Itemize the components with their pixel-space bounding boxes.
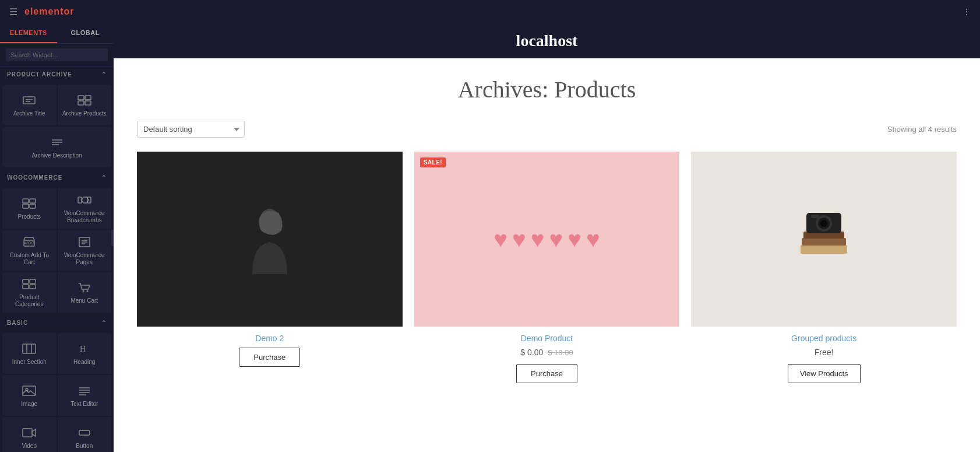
wc-pages-icon [76,236,93,248]
svg-rect-15 [87,197,91,203]
purchase-button-demo2[interactable]: Purchase [239,348,300,367]
svg-rect-4 [85,96,91,100]
heart-1: ♥ [493,226,507,253]
text-editor-icon [76,384,93,397]
svg-rect-38 [23,429,32,437]
widget-archive-description[interactable]: Archive Description [2,127,111,167]
widget-custom-add-to-cart[interactable]: WOO Custom Add To Cart [2,230,57,271]
price-original-demo-product: $ 10.00 [548,348,573,357]
svg-rect-13 [30,204,36,208]
widget-archive-products-label: Archive Products [62,110,107,117]
widget-heading[interactable]: H Heading [58,333,112,374]
site-header: localhost [114,23,980,58]
section-woocommerce-label: WOOCOMMERCE [7,174,62,181]
top-bar-left: ☰ elementor [9,6,74,17]
wc-breadcrumbs-icon [76,194,93,206]
widget-button[interactable]: Button [58,417,112,452]
widget-menu-cart[interactable]: Menu Cart [58,272,112,313]
hamburger-icon[interactable]: ☰ [9,6,17,17]
sidebar: ELEMENTS GLOBAL PRODUCT ARCHIVE ⌃ Archiv… [0,23,114,452]
product-image-wrap-demo2 [137,152,403,327]
archive-title-icon [21,94,37,107]
widget-wc-breadcrumbs-label: WooCommerce Breadcrumbs [60,210,110,224]
widget-products[interactable]: Products [2,188,57,229]
product-name-grouped[interactable]: Grouped products [691,334,957,343]
price-free-grouped: Free! [691,348,957,357]
heart-2: ♥ [512,226,526,253]
svg-rect-11 [30,199,36,203]
heart-4: ♥ [549,226,563,253]
view-products-button-grouped[interactable]: View Products [788,364,861,383]
product-toolbar: Default sorting Sort by popularity Sort … [137,121,957,138]
widget-archive-title[interactable]: Archive Title [2,85,57,125]
svg-rect-23 [30,279,36,283]
section-basic-chevron: ⌃ [101,320,107,326]
product-cat-icon [21,278,37,290]
widget-archive-description-label: Archive Description [31,152,82,159]
tab-global[interactable]: GLOBAL [57,23,114,43]
widget-image-label: Image [21,401,37,408]
woocommerce-widgets: Products WooCommerce Breadcrumbs WOO Cus… [0,185,114,315]
sidebar-collapse-handle[interactable]: ‹ [111,230,114,246]
price-wrapper-demo-product: $ 0.00 $ 10.00 [414,348,680,357]
image-icon [21,384,37,397]
widget-wc-pages-label: WooCommerce Pages [60,252,110,266]
video-icon [21,426,37,439]
svg-rect-25 [30,285,36,289]
svg-rect-0 [23,97,35,104]
widget-inner-section-label: Inner Section [12,359,47,366]
add-to-cart-icon: WOO [21,236,37,248]
product-archive-widgets: Archive Title Archive Products Archive D… [0,82,114,170]
section-woocommerce-chevron: ⌃ [101,174,107,181]
widget-video[interactable]: Video [2,417,57,452]
products-icon [21,197,37,210]
widget-menu-cart-label: Menu Cart [70,297,98,304]
website-preview: localhost Archives: Products Default sor… [114,23,980,452]
svg-point-26 [82,290,84,292]
basic-widgets: Inner Section H Heading Image Text Edito… [0,331,114,452]
tab-elements[interactable]: ELEMENTS [0,23,57,43]
widget-video-label: Video [22,443,37,450]
product-image-wrap-grouped [691,152,957,327]
grid-icon[interactable]: ⋮ [963,7,971,16]
section-woocommerce[interactable]: WOOCOMMERCE ⌃ [0,170,114,185]
archive-desc-icon [49,136,65,149]
svg-rect-12 [23,204,29,208]
product-card-demo2: Demo 2 Purchase [137,152,403,383]
sale-badge: SALE! [420,157,446,167]
product-card-demo-product: ♥ ♥ ♥ ♥ ♥ ♥ SALE! Demo Product $ 0.00 [414,152,680,383]
product-name-demo-product[interactable]: Demo Product [414,334,680,343]
svg-rect-6 [85,101,91,105]
page-content: Archives: Products Default sorting Sort … [114,58,980,418]
widget-archive-title-label: Archive Title [13,110,45,117]
svg-rect-3 [78,96,84,100]
archive-page-title: Archives: Products [137,76,957,103]
inner-section-icon [21,342,37,355]
widget-product-categories[interactable]: Product Categories [2,272,57,313]
purchase-button-demo-product[interactable]: Purchase [516,364,577,383]
widget-heading-label: Heading [73,359,95,366]
svg-rect-22 [23,279,29,283]
widget-inner-section[interactable]: Inner Section [2,333,57,374]
widget-wc-pages[interactable]: WooCommerce Pages [58,230,112,271]
search-input[interactable] [6,48,108,61]
svg-text:H: H [80,345,86,353]
product-image-demo-product: ♥ ♥ ♥ ♥ ♥ ♥ [414,152,680,327]
section-basic-label: BASIC [7,320,28,326]
widget-image[interactable]: Image [2,375,57,416]
product-image-grouped [691,152,957,327]
product-name-demo2[interactable]: Demo 2 [137,334,403,343]
widget-wc-breadcrumbs[interactable]: WooCommerce Breadcrumbs [58,188,112,229]
section-basic[interactable]: BASIC ⌃ [0,315,114,331]
sort-select[interactable]: Default sorting Sort by popularity Sort … [137,121,245,138]
product-image-demo2 [137,152,403,327]
svg-rect-39 [79,430,90,435]
svg-rect-49 [801,245,847,254]
widget-archive-products[interactable]: Archive Products [58,85,112,125]
heart-6: ♥ [586,226,600,253]
svg-rect-32 [23,386,36,395]
svg-text:WOO: WOO [24,241,35,245]
widget-text-editor[interactable]: Text Editor [58,375,112,416]
section-product-archive[interactable]: PRODUCT ARCHIVE ⌃ [0,66,114,82]
svg-rect-50 [802,238,846,246]
